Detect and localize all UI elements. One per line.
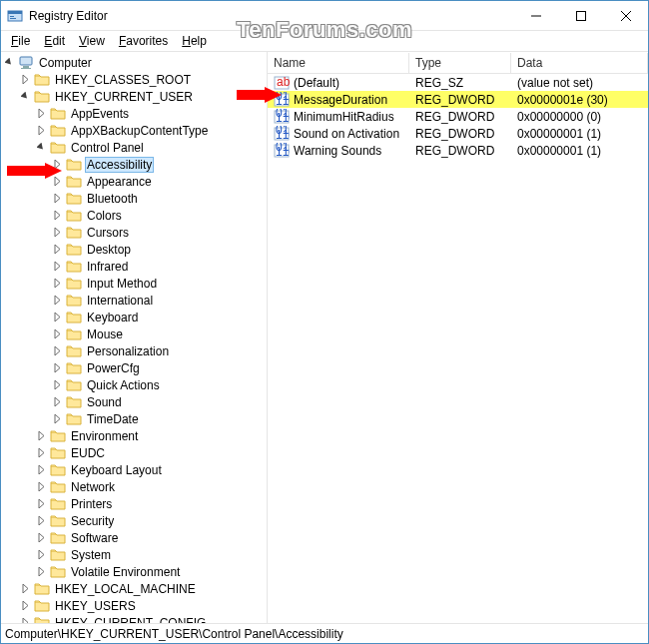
- menu-view[interactable]: View: [73, 32, 111, 50]
- value-row[interactable]: ab(Default) REG_SZ (value not set): [268, 74, 648, 91]
- tree-node[interactable]: AppXBackupContentType: [1, 122, 267, 139]
- expander-icon[interactable]: [51, 361, 64, 374]
- value-row[interactable]: 011110Sound on Activation REG_DWORD 0x00…: [268, 125, 648, 142]
- tree-node[interactable]: Printers: [1, 495, 267, 512]
- tree-node[interactable]: Quick Actions: [1, 376, 267, 393]
- tree-node[interactable]: PowerCfg: [1, 359, 267, 376]
- value-row[interactable]: 011110MessageDuration REG_DWORD 0x000000…: [268, 91, 648, 108]
- tree-node[interactable]: Accessibility: [1, 156, 267, 173]
- expander-icon[interactable]: [51, 243, 64, 256]
- tree-node[interactable]: TimeDate: [1, 410, 267, 427]
- tree-node[interactable]: HKEY_LOCAL_MACHINE: [1, 580, 267, 597]
- expander-icon[interactable]: [51, 175, 64, 188]
- expander-icon[interactable]: [51, 344, 64, 357]
- expander-icon[interactable]: [35, 141, 48, 154]
- menu-edit[interactable]: Edit: [38, 32, 71, 50]
- expander-icon[interactable]: [19, 616, 32, 623]
- expander-icon[interactable]: [51, 311, 64, 323]
- folder-icon: [66, 242, 82, 258]
- column-header-type[interactable]: Type: [409, 53, 511, 73]
- tree-node-label: HKEY_CURRENT_USER: [53, 90, 195, 104]
- expander-icon[interactable]: [35, 124, 48, 137]
- tree-node[interactable]: HKEY_CURRENT_CONFIG: [1, 614, 267, 623]
- folder-icon: [66, 377, 82, 393]
- tree-node-label: Volatile Environment: [69, 565, 182, 579]
- tree-node[interactable]: Security: [1, 512, 267, 529]
- expander-icon[interactable]: [51, 294, 64, 307]
- expander-icon[interactable]: [19, 90, 32, 103]
- expander-icon[interactable]: [51, 378, 64, 391]
- titlebar: Registry Editor: [1, 1, 648, 31]
- expander-icon[interactable]: [35, 463, 48, 476]
- menu-file[interactable]: File: [5, 32, 36, 50]
- tree-node[interactable]: Personalization: [1, 342, 267, 359]
- expander-icon[interactable]: [19, 73, 32, 86]
- expander-icon[interactable]: [35, 514, 48, 527]
- tree-node[interactable]: Network: [1, 478, 267, 495]
- expander-icon[interactable]: [35, 497, 48, 510]
- tree-node[interactable]: HKEY_CLASSES_ROOT: [1, 71, 267, 88]
- menu-favorites[interactable]: Favorites: [113, 32, 174, 50]
- tree-node[interactable]: Appearance: [1, 173, 267, 190]
- folder-icon: [66, 343, 82, 359]
- expander-icon[interactable]: [35, 480, 48, 493]
- column-header-data[interactable]: Data: [511, 53, 648, 73]
- list-header: Name Type Data: [268, 52, 648, 74]
- expander-icon[interactable]: [19, 582, 32, 595]
- expander-icon[interactable]: [35, 446, 48, 459]
- expander-icon[interactable]: [51, 260, 64, 273]
- statusbar-path: Computer\HKEY_CURRENT_USER\Control Panel…: [5, 627, 343, 641]
- tree-node[interactable]: International: [1, 292, 267, 309]
- expander-icon[interactable]: [3, 56, 16, 69]
- value-row[interactable]: 011110Warning Sounds REG_DWORD 0x0000000…: [268, 142, 648, 159]
- tree-node[interactable]: Control Panel: [1, 139, 267, 156]
- column-header-name[interactable]: Name: [268, 53, 409, 73]
- maximize-button[interactable]: [558, 1, 603, 30]
- tree-pane[interactable]: Computer HKEY_CLASSES_ROOT HKEY_CURRENT_…: [1, 52, 268, 623]
- close-button[interactable]: [603, 1, 648, 30]
- menu-help[interactable]: Help: [176, 32, 213, 50]
- dword-value-icon: 011110: [274, 109, 290, 125]
- expander-icon[interactable]: [35, 548, 48, 561]
- tree-node[interactable]: Desktop: [1, 241, 267, 258]
- expander-icon[interactable]: [51, 327, 64, 340]
- tree-node[interactable]: Infrared: [1, 258, 267, 275]
- tree-node-label: Mouse: [85, 327, 125, 341]
- expander-icon[interactable]: [35, 107, 48, 120]
- expander-icon[interactable]: [35, 429, 48, 442]
- tree-node[interactable]: System: [1, 546, 267, 563]
- tree-node[interactable]: Volatile Environment: [1, 563, 267, 580]
- expander-icon[interactable]: [51, 226, 64, 239]
- computer-icon: [18, 55, 34, 71]
- tree-node[interactable]: Keyboard Layout: [1, 461, 267, 478]
- tree-node[interactable]: Computer: [1, 54, 267, 71]
- minimize-button[interactable]: [513, 1, 558, 30]
- tree-node[interactable]: Keyboard: [1, 309, 267, 325]
- tree-node-label: System: [69, 548, 113, 562]
- tree-node[interactable]: HKEY_USERS: [1, 597, 267, 614]
- tree-node[interactable]: AppEvents: [1, 105, 267, 122]
- expander-icon[interactable]: [35, 531, 48, 544]
- expander-icon[interactable]: [51, 192, 64, 205]
- expander-icon[interactable]: [35, 565, 48, 578]
- tree-node[interactable]: Colors: [1, 207, 267, 224]
- tree-node[interactable]: Sound: [1, 393, 267, 410]
- value-row[interactable]: 011110MinimumHitRadius REG_DWORD 0x00000…: [268, 108, 648, 125]
- expander-icon[interactable]: [19, 599, 32, 612]
- tree-node[interactable]: Mouse: [1, 325, 267, 342]
- statusbar: Computer\HKEY_CURRENT_USER\Control Panel…: [1, 623, 648, 643]
- tree-node[interactable]: Cursors: [1, 224, 267, 241]
- tree-node[interactable]: EUDC: [1, 444, 267, 461]
- content-area: Computer HKEY_CLASSES_ROOT HKEY_CURRENT_…: [1, 51, 648, 623]
- tree-node[interactable]: Software: [1, 529, 267, 546]
- expander-icon[interactable]: [51, 209, 64, 222]
- tree-node[interactable]: HKEY_CURRENT_USER: [1, 88, 267, 105]
- expander-icon[interactable]: [51, 412, 64, 425]
- expander-icon[interactable]: [51, 395, 64, 408]
- expander-icon[interactable]: [51, 158, 64, 171]
- tree-node[interactable]: Environment: [1, 427, 267, 444]
- tree-node[interactable]: Bluetooth: [1, 190, 267, 207]
- expander-icon[interactable]: [51, 277, 64, 290]
- tree-node[interactable]: Input Method: [1, 275, 267, 292]
- values-pane[interactable]: Name Type Data ab(Default) REG_SZ (value…: [268, 52, 648, 623]
